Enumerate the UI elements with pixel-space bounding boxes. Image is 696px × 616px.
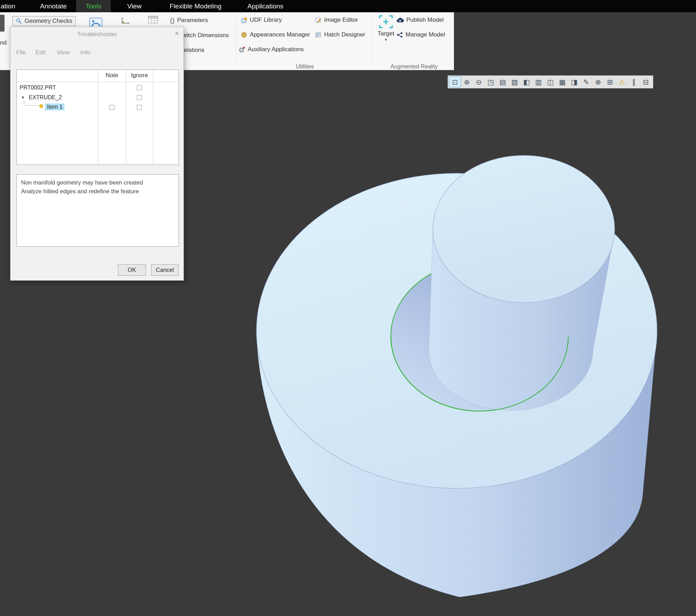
hatch-designer-icon xyxy=(315,32,322,38)
dialog-menu-edit[interactable]: Edit xyxy=(35,48,46,57)
troubleshooter-dialog: Troubleshooter × File Edit View Info Not… xyxy=(10,27,184,281)
appearances-manager-label: Appearances Manager xyxy=(250,31,310,38)
axes-icon xyxy=(121,17,130,25)
udf-library-label: UDF Library xyxy=(250,16,282,24)
annotation-display-icon[interactable]: ✎ xyxy=(580,76,592,87)
target-button[interactable]: Target ▾ xyxy=(376,14,396,41)
diagnostics-tree-panel: Note Ignore PRT0002.PRT ▾ EXTRUDE_2 Item… xyxy=(16,69,179,165)
tree-connector xyxy=(24,100,39,106)
publish-model-label: Publish Model xyxy=(406,16,444,24)
section-view-icon[interactable]: ◧ xyxy=(521,76,533,87)
auxiliary-applications-button[interactable]: Auxiliary Applications xyxy=(239,46,304,53)
zoom-region-icon[interactable]: ⊡ xyxy=(449,76,461,87)
pause-icon[interactable]: ∥ xyxy=(628,76,640,87)
tab-cutoff[interactable]: ation xyxy=(0,0,20,12)
group-label-augmented-reality: Augmented Reality xyxy=(374,63,454,70)
geometry-checks-icon xyxy=(16,18,22,24)
shaded-view-icon[interactable]: ▧ xyxy=(509,76,521,87)
dialog-menu-file[interactable]: File xyxy=(16,48,26,57)
hatch-designer-label: Hatch Designer xyxy=(324,31,365,38)
image-editor-icon xyxy=(315,17,322,24)
appearances-manager-button[interactable]: Appearances Manager xyxy=(241,31,310,38)
dragger-icon[interactable]: ⊞ xyxy=(604,76,616,87)
view-manager-icon[interactable]: ◫ xyxy=(544,76,556,87)
cancel-button[interactable]: Cancel xyxy=(151,264,179,276)
diagnostic-message-panel: Non manifold geometry may have been crea… xyxy=(16,174,179,247)
dialog-menu-view[interactable]: View xyxy=(57,48,70,57)
tab-applications[interactable]: Applications xyxy=(238,0,293,12)
model-axes-button[interactable] xyxy=(121,17,130,25)
dialog-title: Troubleshooter xyxy=(11,27,183,40)
group-label-utilities: Utilities xyxy=(238,63,372,70)
message-line-2: Analyze hilited edges and redefine the f… xyxy=(21,187,174,196)
switch-dimensions-label: witch Dimensions xyxy=(182,32,229,39)
udf-library-button[interactable]: UDF Library xyxy=(241,16,282,24)
menubar: ation Annotate Tools View Flexible Model… xyxy=(0,0,696,12)
tab-view[interactable]: View xyxy=(118,0,151,12)
small-cylinder-top-face xyxy=(433,155,615,303)
refit-icon[interactable]: ◳ xyxy=(485,76,497,87)
column-header-ignore: Ignore xyxy=(126,72,153,79)
column-header-note: Note xyxy=(98,72,126,79)
column-divider xyxy=(153,70,153,165)
ok-button[interactable]: OK xyxy=(118,264,146,276)
ignore-checkbox-part[interactable] xyxy=(137,85,142,90)
publish-model-button[interactable]: Publish Model xyxy=(396,16,444,24)
datum-display-icon[interactable]: ◨ xyxy=(568,76,580,87)
share-icon xyxy=(396,32,403,38)
repaint-icon[interactable]: ▤ xyxy=(497,76,509,87)
parameters-label: Parameters xyxy=(177,17,208,24)
group-separator xyxy=(235,14,236,61)
saved-orientations-icon[interactable]: ▥ xyxy=(533,76,544,87)
switch-dimensions-button[interactable]: witch Dimensions xyxy=(182,32,229,39)
hatch-designer-button[interactable]: Hatch Designer xyxy=(315,31,365,38)
geometry-checks-label: Geometry Checks xyxy=(25,18,72,25)
appearances-manager-icon xyxy=(241,32,247,38)
udf-library-icon xyxy=(241,17,247,24)
column-divider xyxy=(126,70,126,165)
tab-flexible-modeling[interactable]: Flexible Modeling xyxy=(160,0,231,12)
target-icon xyxy=(378,14,394,29)
graphics-toolbar: ⊡ ⊕ ⊖ ◳ ▤ ▧ ◧ ▥ ◫ ▦ ◨ ✎ ⊗ ⊞ ⚠ ∥ ⊟ xyxy=(448,75,653,88)
warnings-icon[interactable]: ⚠ xyxy=(616,76,628,87)
tab-tools[interactable]: Tools xyxy=(76,0,111,12)
group-separator xyxy=(372,14,372,61)
column-divider xyxy=(98,70,98,165)
ignore-checkbox-item[interactable] xyxy=(137,105,142,110)
display-style-icon[interactable]: ▦ xyxy=(556,76,568,87)
ignore-checkbox-extrude[interactable] xyxy=(137,95,142,100)
problem-marker-icon xyxy=(39,104,43,108)
image-editor-button[interactable]: Image Editor xyxy=(315,16,358,24)
chevron-down-icon[interactable]: ▾ xyxy=(385,38,387,41)
publish-cloud-icon xyxy=(396,17,404,23)
auxiliary-applications-icon xyxy=(239,46,245,53)
manage-model-label: Manage Model xyxy=(406,31,445,38)
parameters-button[interactable]: {} Parameters xyxy=(170,16,208,24)
cutoff-button-icon[interactable] xyxy=(0,15,5,32)
note-checkbox-item[interactable] xyxy=(109,105,114,110)
present-icon[interactable]: ⊟ xyxy=(640,76,652,87)
spin-center-icon[interactable]: ⊗ xyxy=(592,76,604,87)
expand-caret-icon[interactable]: ▾ xyxy=(22,95,24,100)
image-editor-label: Image Editor xyxy=(324,16,358,24)
dialog-menu-info[interactable]: Info xyxy=(80,48,90,57)
zoom-out-icon[interactable]: ⊖ xyxy=(473,76,485,87)
target-label: Target xyxy=(377,30,394,37)
cutoff-button-label: nd xyxy=(0,39,7,46)
header-divider xyxy=(17,82,179,82)
tree-item-problem-selected[interactable]: Item 1 xyxy=(45,103,65,111)
auxiliary-applications-label: Auxiliary Applications xyxy=(248,46,304,53)
message-line-1: Non manifold geometry may have been crea… xyxy=(21,178,174,187)
tab-annotate[interactable]: Annotate xyxy=(31,0,76,12)
table-button[interactable] xyxy=(148,15,158,24)
zoom-in-icon[interactable]: ⊕ xyxy=(461,76,473,87)
table-icon xyxy=(148,15,158,24)
braces-icon: {} xyxy=(170,17,175,24)
relations-label: elations xyxy=(184,47,205,54)
relations-button[interactable]: elations xyxy=(184,46,205,54)
manage-model-button[interactable]: Manage Model xyxy=(396,31,445,38)
tree-item-part[interactable]: PRT0002.PRT xyxy=(20,85,56,91)
close-icon[interactable]: × xyxy=(175,30,179,37)
geometry-checks-button[interactable]: Geometry Checks xyxy=(12,16,76,26)
